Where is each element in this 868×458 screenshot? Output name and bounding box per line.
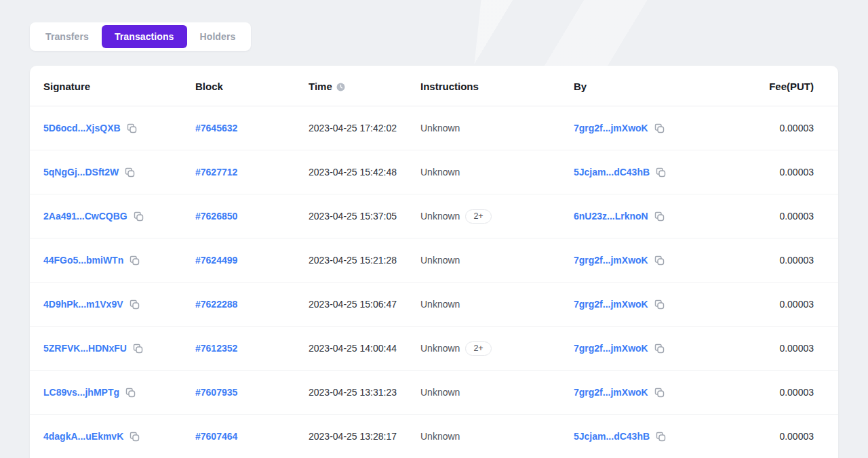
column-header-instructions: Instructions bbox=[420, 81, 574, 92]
signature-link[interactable]: 44FGo5...bmiWTn bbox=[43, 255, 123, 266]
by-address-link[interactable]: 5Jcjam...dC43hB bbox=[574, 167, 650, 178]
signature-link[interactable]: 5D6ocd...XjsQXB bbox=[43, 123, 121, 133]
block-cell: #7645632 bbox=[195, 123, 309, 133]
signature-cell: LC89vs...jhMPTg bbox=[43, 387, 195, 398]
instructions-cell: Unknown bbox=[420, 167, 574, 178]
copy-icon[interactable] bbox=[133, 211, 144, 222]
copy-icon[interactable] bbox=[654, 387, 665, 398]
fee-cell: 0.00003 bbox=[760, 167, 814, 178]
signature-link[interactable]: 4dagkA...uEkmvK bbox=[43, 431, 123, 442]
table-header-row: Signature Block Time Instructions By Fee… bbox=[30, 67, 838, 106]
block-link[interactable]: #7607464 bbox=[195, 431, 237, 442]
by-cell: 7grg2f...jmXwoK bbox=[574, 343, 760, 354]
table-row: LC89vs...jhMPTg #7607935 2023-04-25 13:3… bbox=[30, 371, 838, 415]
block-link[interactable]: #7607935 bbox=[195, 387, 237, 398]
copy-icon[interactable] bbox=[125, 387, 136, 398]
copy-icon[interactable] bbox=[654, 343, 665, 354]
table-row: 2Aa491...CwCQBG #7626850 2023-04-25 15:3… bbox=[30, 194, 838, 238]
tab-transactions[interactable]: Transactions bbox=[102, 25, 187, 48]
signature-cell: 4dagkA...uEkmvK bbox=[43, 431, 195, 442]
time-cell: 2023-04-25 14:00:44 bbox=[309, 343, 420, 354]
instruction-type: Unknown bbox=[420, 343, 460, 354]
tab-transfers[interactable]: Transfers bbox=[33, 25, 102, 48]
signature-link[interactable]: 2Aa491...CwCQBG bbox=[43, 211, 127, 222]
fee-cell: 0.00003 bbox=[760, 343, 814, 354]
instructions-badge[interactable]: 2+ bbox=[465, 209, 491, 224]
signature-link[interactable]: 5qNgGj...DSft2W bbox=[43, 167, 119, 178]
instructions-badge[interactable]: 2+ bbox=[465, 341, 491, 356]
time-value: 2023-04-25 15:37:05 bbox=[309, 211, 397, 222]
block-link[interactable]: #7624499 bbox=[195, 255, 237, 266]
copy-icon[interactable] bbox=[654, 255, 665, 266]
block-link[interactable]: #7627712 bbox=[195, 167, 237, 178]
by-address-link[interactable]: 5Jcjam...dC43hB bbox=[574, 431, 650, 442]
by-address-link[interactable]: 7grg2f...jmXwoK bbox=[574, 343, 648, 354]
copy-icon[interactable] bbox=[126, 123, 138, 134]
fee-value: 0.00003 bbox=[779, 167, 814, 178]
fee-cell: 0.00003 bbox=[760, 211, 814, 222]
by-address-link[interactable]: 7grg2f...jmXwoK bbox=[574, 123, 648, 133]
clock-icon[interactable] bbox=[336, 83, 345, 91]
column-header-by: By bbox=[574, 81, 760, 92]
time-value: 2023-04-25 17:42:02 bbox=[309, 123, 397, 133]
signature-cell: 5ZRFVK...HDNxFU bbox=[43, 343, 195, 354]
copy-icon[interactable] bbox=[654, 123, 665, 134]
by-cell: 5Jcjam...dC43hB bbox=[574, 431, 760, 442]
time-cell: 2023-04-25 15:06:47 bbox=[309, 299, 420, 310]
block-cell: #7612352 bbox=[195, 343, 309, 354]
block-cell: #7624499 bbox=[195, 255, 309, 266]
copy-icon[interactable] bbox=[129, 431, 140, 442]
copy-icon[interactable] bbox=[654, 299, 665, 310]
by-address-link[interactable]: 7grg2f...jmXwoK bbox=[574, 255, 648, 266]
instruction-type: Unknown bbox=[420, 167, 460, 178]
signature-link[interactable]: 5ZRFVK...HDNxFU bbox=[43, 343, 127, 354]
by-address-link[interactable]: 7grg2f...jmXwoK bbox=[574, 299, 648, 310]
table-row: 4D9hPk...m1Vx9V #7622288 2023-04-25 15:0… bbox=[30, 283, 838, 327]
block-link[interactable]: #7612352 bbox=[195, 343, 237, 354]
signature-link[interactable]: LC89vs...jhMPTg bbox=[43, 387, 119, 398]
time-value: 2023-04-25 13:28:17 bbox=[309, 431, 397, 442]
instructions-cell: Unknown bbox=[420, 299, 574, 310]
instruction-type: Unknown bbox=[420, 211, 460, 222]
block-link[interactable]: #7645632 bbox=[195, 123, 237, 133]
column-header-fee: Fee(PUT) bbox=[760, 81, 814, 92]
copy-icon[interactable] bbox=[129, 299, 140, 310]
block-link[interactable]: #7626850 bbox=[195, 211, 237, 222]
signature-cell: 4D9hPk...m1Vx9V bbox=[43, 299, 195, 310]
signature-cell: 5qNgGj...DSft2W bbox=[43, 167, 195, 178]
block-link[interactable]: #7622288 bbox=[195, 299, 237, 310]
time-value: 2023-04-25 15:21:28 bbox=[309, 255, 397, 266]
time-cell: 2023-04-25 15:37:05 bbox=[309, 211, 420, 222]
fee-value: 0.00003 bbox=[779, 123, 814, 133]
by-address-link[interactable]: 7grg2f...jmXwoK bbox=[574, 387, 648, 398]
column-header-signature: Signature bbox=[43, 81, 195, 92]
copy-icon[interactable] bbox=[654, 211, 665, 222]
block-cell: #7622288 bbox=[195, 299, 309, 310]
time-value: 2023-04-25 15:42:48 bbox=[309, 167, 397, 178]
fee-value: 0.00003 bbox=[779, 343, 814, 354]
table-body: 5D6ocd...XjsQXB #7645632 2023-04-25 17:4… bbox=[30, 106, 838, 458]
time-cell: 2023-04-25 17:42:02 bbox=[309, 123, 420, 133]
instruction-type: Unknown bbox=[420, 387, 460, 398]
copy-icon[interactable] bbox=[129, 255, 140, 266]
by-cell: 5Jcjam...dC43hB bbox=[574, 167, 760, 178]
fee-value: 0.00003 bbox=[779, 431, 814, 442]
by-cell: 6nU23z...LrknoN bbox=[574, 211, 760, 222]
copy-icon[interactable] bbox=[124, 167, 136, 178]
tab-bar: Transfers Transactions Holders bbox=[30, 22, 251, 51]
fee-cell: 0.00003 bbox=[760, 255, 814, 266]
copy-icon[interactable] bbox=[132, 343, 144, 354]
by-address-link[interactable]: 6nU23z...LrknoN bbox=[574, 211, 648, 222]
instruction-type: Unknown bbox=[420, 255, 460, 266]
by-cell: 7grg2f...jmXwoK bbox=[574, 387, 760, 398]
tab-holders[interactable]: Holders bbox=[187, 25, 249, 48]
block-cell: #7627712 bbox=[195, 167, 309, 178]
copy-icon[interactable] bbox=[655, 167, 667, 178]
fee-cell: 0.00003 bbox=[760, 431, 814, 442]
instruction-type: Unknown bbox=[420, 431, 460, 442]
by-cell: 7grg2f...jmXwoK bbox=[574, 123, 760, 134]
time-cell: 2023-04-25 13:28:17 bbox=[309, 431, 420, 442]
signature-cell: 5D6ocd...XjsQXB bbox=[43, 123, 195, 134]
signature-link[interactable]: 4D9hPk...m1Vx9V bbox=[43, 299, 123, 310]
copy-icon[interactable] bbox=[655, 431, 667, 442]
